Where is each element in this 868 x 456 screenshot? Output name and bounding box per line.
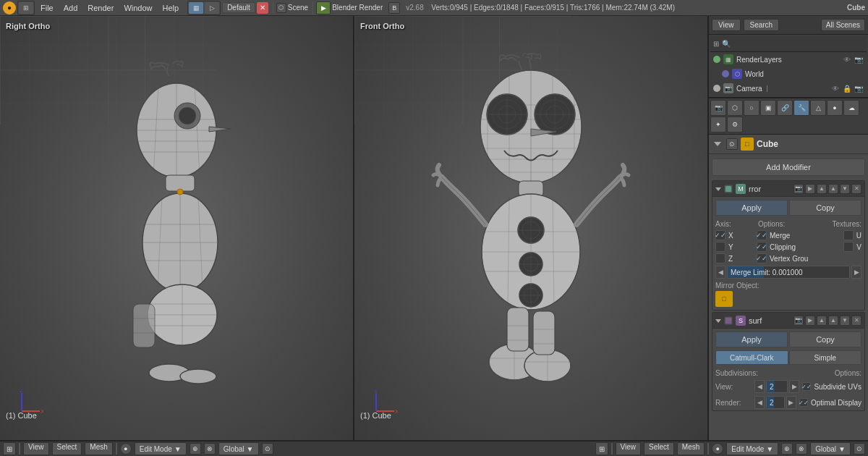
modifier-mirror-del[interactable]: ✕ — [851, 184, 861, 194]
viewport-left[interactable]: Right Ortho — [0, 16, 354, 440]
subsurf-catmull-btn[interactable]: Catmull-Clark — [715, 350, 788, 365]
rp-view-btn[interactable]: View — [712, 19, 741, 31]
modifier-mirror-down[interactable]: ▼ — [840, 184, 850, 194]
modifier-subsurf-copy[interactable]: Copy — [789, 332, 861, 347]
modifier-mirror-enable[interactable] — [724, 185, 733, 193]
subsurf-render-left[interactable]: ◀ — [754, 396, 765, 409]
modifier-subsurf-header[interactable]: S surf 📷 ▶ ▲ ▲ ▼ ✕ — [712, 313, 864, 329]
mirror-clipping-check[interactable]: ✓ — [757, 242, 767, 252]
mirror-object-field[interactable]: □ — [715, 291, 733, 307]
mirror-z-check[interactable] — [715, 253, 726, 263]
subsurf-view-right[interactable]: ▶ — [789, 380, 799, 393]
camera-lock[interactable]: 🔒 — [842, 83, 852, 93]
menu-window[interactable]: Window — [119, 2, 156, 14]
mirror-y-check[interactable] — [715, 242, 726, 252]
camera-eye[interactable]: 👁 — [830, 83, 841, 93]
menu-add[interactable]: Add — [59, 2, 82, 14]
mirror-v-check[interactable] — [843, 242, 854, 252]
left-mesh-btn[interactable]: Mesh — [85, 442, 112, 455]
right-select-btn[interactable]: Select — [644, 442, 674, 455]
subsurf-subdivide-uvs-check[interactable]: ✓ — [802, 382, 811, 391]
prop-tab-scene[interactable]: ⬡ — [727, 100, 743, 116]
blender-icon-small[interactable]: B — [388, 2, 400, 14]
prop-tab-render[interactable]: 📷 — [710, 100, 726, 116]
prop-tab-physics[interactable]: ⚙ — [727, 117, 743, 132]
modifier-subsurf-up[interactable]: ▲ — [828, 316, 838, 326]
right-mode-btn[interactable]: Edit Mode ▼ — [726, 442, 778, 455]
modifier-subsurf-enable[interactable] — [724, 316, 733, 325]
modifier-mirror-apply[interactable]: Apply — [715, 200, 788, 216]
viewport-right[interactable]: Front Ortho — [354, 16, 709, 440]
outliner-item-camera[interactable]: 📷 Camera | 👁 🔒 📷 — [710, 81, 867, 96]
menu-file[interactable]: File — [36, 2, 58, 14]
prop-tab-texture[interactable]: ☁ — [843, 100, 859, 116]
subsurf-optimal-check[interactable]: ✓ — [799, 398, 808, 407]
modifier-mirror-up[interactable]: ▲ — [828, 184, 838, 194]
subsurf-view-slider[interactable]: 2 — [766, 380, 788, 393]
obj-type-icon[interactable]: ⊙ — [726, 138, 738, 150]
left-extra-icon[interactable]: ⊙ — [262, 443, 273, 455]
rp-search-btn[interactable]: Search — [744, 19, 780, 31]
layout-anim[interactable]: ▷ — [205, 2, 219, 14]
scene-icon[interactable]: ⬡ — [276, 3, 286, 13]
modifier-subsurf-cam[interactable]: 📷 — [793, 316, 804, 326]
modifier-subsurf-down[interactable]: ▼ — [840, 316, 850, 326]
merge-limit-right[interactable]: ▶ — [851, 266, 861, 279]
modifier-subsurf-edit[interactable]: ▲ — [817, 316, 827, 326]
blender-logo[interactable]: ● — [3, 1, 16, 14]
mirror-vertgrou-check[interactable]: ✓ — [757, 253, 767, 263]
modifier-mirror-edit[interactable]: ▲ — [817, 184, 827, 194]
modifier-mirror-copy[interactable]: Copy — [789, 200, 861, 216]
subsurf-render-slider[interactable]: 2 — [766, 396, 785, 409]
left-viewport-shade-icon[interactable]: ⊕ — [190, 443, 201, 455]
modifier-subsurf-del[interactable]: ✕ — [851, 316, 861, 326]
prop-tab-constraint[interactable]: 🔗 — [777, 100, 793, 116]
menu-render[interactable]: Render — [83, 2, 118, 14]
add-modifier-button[interactable]: Add Modifier — [712, 159, 865, 176]
subsurf-view-left[interactable]: ◀ — [754, 380, 765, 393]
mirror-x-check[interactable]: ✓ — [715, 230, 726, 240]
modifier-mirror-header[interactable]: M rror 📷 ▶ ▲ ▲ ▼ ✕ — [712, 181, 864, 197]
modifier-mirror-render[interactable]: ▶ — [805, 184, 815, 194]
renderlayers-eye[interactable]: 👁 — [842, 54, 852, 64]
modifier-subsurf-render[interactable]: ▶ — [805, 316, 815, 326]
subsurf-render-right[interactable]: ▶ — [786, 396, 796, 409]
obj-expand-icon[interactable] — [712, 138, 723, 150]
prop-tab-particle[interactable]: ✦ — [710, 117, 726, 132]
camera-render[interactable]: 📷 — [854, 83, 864, 93]
right-viewport-icon[interactable]: ⊕ — [781, 443, 793, 455]
layout-default[interactable]: ▦ — [189, 2, 203, 14]
left-select-btn[interactable]: Select — [52, 442, 82, 455]
prop-tab-object[interactable]: ▣ — [760, 100, 776, 116]
prop-tab-data[interactable]: △ — [810, 100, 826, 116]
editor-type-icon[interactable]: ⊞ — [19, 2, 33, 14]
properties-scroll[interactable]: Add Modifier M rror 📷 ▶ ▲ — [709, 154, 868, 440]
right-mesh-btn[interactable]: Mesh — [677, 442, 705, 455]
rp-scene-label[interactable]: All Scenes — [821, 19, 865, 31]
layout-name[interactable]: Default — [222, 2, 255, 13]
right-global-btn[interactable]: Global ▼ — [810, 442, 851, 455]
right-editor-icon[interactable]: ⊞ — [595, 442, 608, 455]
renderer-select[interactable]: ▶ — [316, 1, 331, 14]
right-view-btn[interactable]: View — [616, 442, 642, 455]
renderlayers-camera[interactable]: 📷 — [854, 54, 864, 64]
prop-tab-world[interactable]: ○ — [744, 100, 760, 116]
right-pivot-icon[interactable]: ⊗ — [796, 443, 807, 455]
left-view-btn[interactable]: View — [23, 442, 49, 455]
modifier-mirror-cam[interactable]: 📷 — [793, 184, 804, 194]
left-editor-icon[interactable]: ⊞ — [3, 442, 16, 455]
left-pivot-icon[interactable]: ⊗ — [204, 443, 216, 455]
mirror-merge-check[interactable]: ✓ — [757, 230, 767, 240]
outliner-item-world[interactable]: ⬡ World — [710, 67, 867, 81]
menu-help[interactable]: Help — [158, 2, 184, 14]
left-mode-icon[interactable]: ● — [120, 443, 132, 455]
merge-limit-left[interactable]: ◀ — [715, 266, 726, 279]
right-extra-icon[interactable]: ⊙ — [854, 443, 865, 455]
outliner-item-renderlayers[interactable]: ▦ RenderLayers 👁 📷 — [710, 52, 867, 67]
window-close[interactable]: ✕ — [257, 2, 268, 14]
left-mode-btn[interactable]: Edit Mode ▼ — [135, 442, 187, 455]
prop-tab-material[interactable]: ● — [827, 100, 843, 116]
left-global-btn[interactable]: Global ▼ — [218, 442, 259, 455]
mirror-u-check[interactable] — [843, 230, 854, 240]
subsurf-simple-btn[interactable]: Simple — [789, 350, 862, 365]
